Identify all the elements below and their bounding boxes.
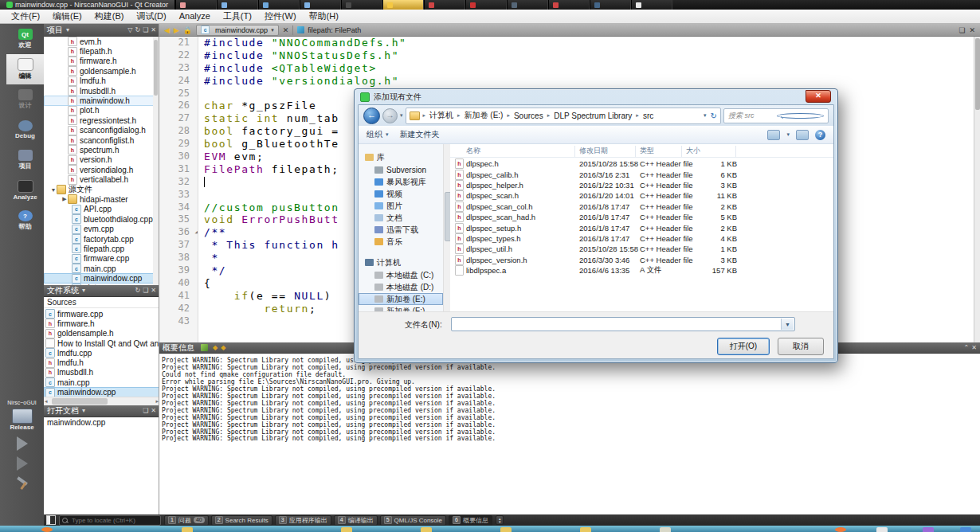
sync-icon[interactable]: ↻ xyxy=(135,26,140,34)
scroll-left-arrow-icon[interactable]: ◂ xyxy=(45,397,48,405)
tree-item[interactable]: hfirmware.h xyxy=(44,57,159,66)
open-button[interactable]: 打开(O) xyxy=(717,338,770,355)
close-panel-icon[interactable]: ✕ xyxy=(151,407,156,415)
locator[interactable] xyxy=(59,515,161,526)
tree-item[interactable]: cfactorytab.cpp xyxy=(44,234,159,244)
taskbar-app-icon[interactable] xyxy=(923,527,934,532)
tree-item[interactable]: cmainwindow.cpp xyxy=(44,273,159,283)
filesystem-item[interactable]: hlmdfu.h xyxy=(44,358,159,367)
sync-icon[interactable]: ↻ xyxy=(135,287,140,295)
prev-item-icon[interactable]: ◆ xyxy=(213,344,218,351)
taskbar-app-button[interactable] xyxy=(382,0,424,10)
collapse-icon[interactable]: ▼ xyxy=(50,187,57,193)
tree-item[interactable]: cevm.cpp xyxy=(44,224,159,233)
breadcrumb-item[interactable]: 新加卷 (E:) xyxy=(464,110,504,121)
taskbar-app-button[interactable] xyxy=(341,0,382,10)
fold-marker-icon[interactable]: ◢ xyxy=(194,229,198,234)
cancel-button[interactable]: 取消 xyxy=(778,338,824,355)
build-button[interactable] xyxy=(15,479,29,490)
project-tree-scrollbar[interactable] xyxy=(153,37,159,285)
locator-input[interactable] xyxy=(70,516,158,525)
tree-item[interactable]: hregressiontest.h xyxy=(44,115,159,125)
filename-input[interactable]: ▼ xyxy=(451,317,795,331)
sidebar-item[interactable]: 视频 xyxy=(359,188,443,200)
tree-item[interactable]: hplot.h xyxy=(44,106,159,115)
help-icon[interactable]: ? xyxy=(815,130,825,140)
file-row[interactable]: h dlpspec_scan_col.h 2016/1/8 17:47 C++ … xyxy=(450,201,833,212)
breadcrumb-chevron-icon[interactable]: ▾ xyxy=(704,112,707,119)
tree-item[interactable]: hfilepath.h xyxy=(44,46,159,56)
sidebar-group[interactable]: 库 xyxy=(359,151,443,164)
breadcrumb-item[interactable]: Sources xyxy=(513,111,544,120)
kit-selector[interactable]: Nirsc~oGUI Release xyxy=(0,400,44,490)
dialog-search-box[interactable]: 搜索 src xyxy=(723,108,829,123)
taskbar-folder-icon[interactable] xyxy=(421,527,432,532)
menu-item[interactable]: 构建(B) xyxy=(88,10,131,23)
pane-updown-button[interactable]: ▴▾ xyxy=(496,515,504,525)
mode-help[interactable]: ? 帮助 xyxy=(6,205,44,236)
tree-item[interactable]: hverticallabel.h xyxy=(44,174,159,184)
mode-design[interactable]: 设计 xyxy=(6,84,44,115)
debug-run-button[interactable] xyxy=(17,456,28,471)
sidebar-item[interactable]: 新加卷 (E:) xyxy=(359,293,443,305)
split-panel-icon[interactable]: ❏ xyxy=(143,287,148,295)
taskbar-app-button[interactable] xyxy=(548,0,590,10)
filter-output-icon[interactable] xyxy=(201,344,208,351)
column-header[interactable]: 修改日期 xyxy=(579,146,608,156)
taskbar-app-button[interactable] xyxy=(507,0,548,10)
output-pane-button[interactable]: 3应用程序输出 xyxy=(275,515,331,526)
maximize-panel-icon[interactable]: ⌃ xyxy=(964,344,970,352)
taskbar-app-button[interactable] xyxy=(217,0,258,10)
close-panel-icon[interactable]: ✕ xyxy=(151,287,156,295)
editor-scrollbar[interactable] xyxy=(974,37,980,342)
tree-item[interactable]: hmainwindow.h xyxy=(44,96,159,105)
taskbar-app-button[interactable] xyxy=(631,0,672,10)
taskbar-app-button[interactable] xyxy=(590,0,631,10)
filesystem-item[interactable]: clmdfu.cpp xyxy=(44,348,159,358)
filesystem-item[interactable]: cfirmware.cpp xyxy=(44,309,159,319)
file-row[interactable]: h dlpspec_scan.h 2016/1/20 14:01 C++ Hea… xyxy=(450,190,833,201)
file-row[interactable]: libdlpspec.a 2016/4/6 13:35 A 文件 157 KB xyxy=(450,265,833,276)
taskbar-app-icon[interactable] xyxy=(876,527,888,532)
menu-item[interactable]: 控件(W) xyxy=(258,10,303,23)
filesystem-hscrollbar[interactable]: ◂ ▸ xyxy=(44,397,159,405)
taskbar-app-button[interactable] xyxy=(300,0,341,10)
open-file-selector[interactable]: c mainwindow.cpp ▾ xyxy=(196,25,279,36)
menu-item[interactable]: 文件(F) xyxy=(5,10,46,23)
taskbar-app-button[interactable] xyxy=(424,0,465,10)
tree-item[interactable]: cfirmware.cpp xyxy=(44,254,159,264)
tree-item[interactable]: hlmdfu.h xyxy=(44,76,159,86)
tree-item[interactable]: cfilepath.cpp xyxy=(44,244,159,253)
tree-folder[interactable]: ▼源文件 xyxy=(44,185,159,194)
taskbar-app-button[interactable] xyxy=(465,0,507,10)
filename-dropdown-icon[interactable]: ▼ xyxy=(781,319,794,330)
taskbar-app-icon[interactable] xyxy=(41,527,53,532)
change-view-icon[interactable] xyxy=(767,130,780,140)
breadcrumb-item[interactable]: 计算机 xyxy=(429,110,454,121)
refresh-icon[interactable]: ↻ xyxy=(711,111,717,120)
tree-item[interactable]: hversion.h xyxy=(44,155,159,165)
menu-item[interactable]: Analyze xyxy=(173,10,217,23)
taskbar-active-window-button[interactable]: mainwindow.cpp - NirscanNanoGUI - Qt Cre… xyxy=(0,0,175,10)
file-row[interactable]: h dlpspec_types.h 2016/1/8 17:47 C++ Hea… xyxy=(450,233,833,244)
sidebar-item[interactable]: 音乐 xyxy=(359,236,443,248)
taskbar-app-icon[interactable] xyxy=(960,527,971,532)
taskbar-app-button[interactable] xyxy=(258,0,300,10)
filesystem-item[interactable]: hlmusbdll.h xyxy=(44,368,159,377)
file-row[interactable]: h dlpspec_helper.h 2016/1/22 10:31 C++ H… xyxy=(450,180,833,190)
filesystem-item[interactable]: cmain.cpp xyxy=(44,377,159,387)
new-folder-button[interactable]: 新建文件夹 xyxy=(400,129,440,140)
open-document-item[interactable]: mainwindow.cpp xyxy=(44,417,159,428)
taskbar-folder-icon[interactable] xyxy=(341,527,352,532)
taskbar-folder-icon[interactable] xyxy=(580,527,591,532)
file-row[interactable]: h dlpspec_util.h 2015/10/28 15:58 C++ He… xyxy=(450,244,833,254)
taskbar-folder-icon[interactable] xyxy=(182,527,193,532)
output-pane-button[interactable]: 4编译输出 xyxy=(334,515,378,526)
expand-icon[interactable]: ▶ xyxy=(61,196,68,202)
go-back-icon[interactable]: ◀ xyxy=(164,26,170,34)
file-row[interactable]: h dlpspec_calib.h 2016/3/16 2:31 C++ Hea… xyxy=(450,169,833,179)
breadcrumb-item[interactable]: src xyxy=(642,111,654,120)
tree-item[interactable]: hscanconfigdialog.h xyxy=(44,126,159,135)
split-panel-icon[interactable]: ❏ xyxy=(143,407,148,415)
close-editor-icon[interactable]: ✕ xyxy=(969,26,975,34)
